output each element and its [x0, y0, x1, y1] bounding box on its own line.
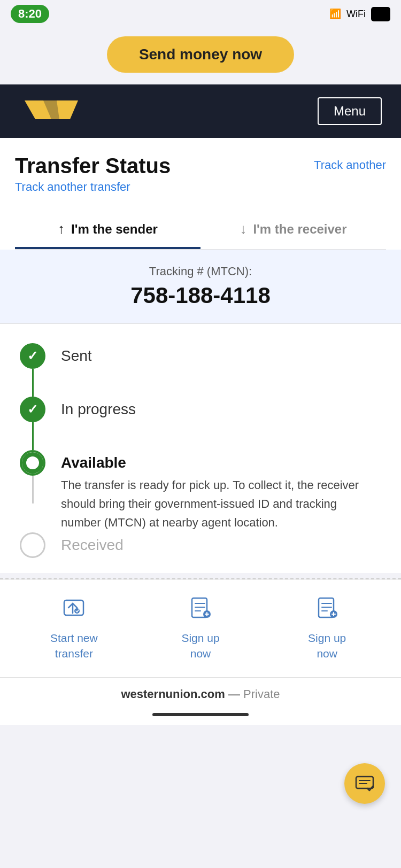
- available-circle: [20, 450, 45, 476]
- start-transfer-icon: [62, 596, 86, 625]
- available-content: Available The transfer is ready for pick…: [61, 450, 360, 532]
- start-new-transfer-action[interactable]: Start newtransfer: [11, 596, 137, 662]
- sign-up-now-2-action[interactable]: Sign upnow: [264, 596, 390, 662]
- bottom-actions: Start newtransfer Sign upnow: [0, 579, 401, 678]
- top-banner: Send money now: [0, 27, 401, 84]
- tracking-label: Tracking # (MTCN):: [11, 265, 390, 278]
- tabs: ↑ I'm the sender ↓ I'm the receiver: [15, 209, 386, 250]
- start-transfer-label: Start newtransfer: [50, 630, 98, 662]
- tab-receiver-label: I'm the receiver: [253, 222, 346, 237]
- sent-line: [32, 369, 34, 397]
- footer-bar: westernunion.com — Private: [0, 677, 401, 707]
- sent-label: Sent: [61, 347, 92, 365]
- svg-point-5: [74, 608, 80, 614]
- sign-up-2-label: Sign upnow: [308, 630, 346, 662]
- available-label: Available: [61, 454, 360, 471]
- svg-rect-20: [356, 777, 373, 788]
- inprogress-line: [32, 422, 34, 450]
- timeline-item-inprogress: ✓ In progress: [19, 397, 386, 450]
- timeline-item-received: Received: [19, 532, 386, 558]
- sign-up-1-label: Sign upnow: [181, 630, 219, 662]
- status-icons: 📶 WiFi 98: [329, 7, 390, 21]
- tab-receiver[interactable]: ↓ I'm the receiver: [200, 209, 386, 249]
- timeline-item-sent: ✓ Sent: [19, 343, 386, 397]
- available-description: The transfer is ready for pick up. To co…: [61, 476, 360, 532]
- inprogress-circle: ✓: [20, 397, 45, 422]
- sender-icon: ↑: [58, 221, 65, 237]
- received-content: Received: [61, 532, 124, 558]
- tab-sender[interactable]: ↑ I'm the sender: [15, 209, 200, 249]
- page-title: Transfer Status: [15, 154, 171, 178]
- status-bar: 8:20 📶 WiFi 98: [0, 0, 401, 27]
- status-time: 8:20: [11, 5, 49, 23]
- received-circle: [20, 532, 45, 558]
- timeline: ✓ Sent ✓ In progress Available The trans…: [0, 324, 401, 573]
- sent-connector: ✓: [19, 343, 46, 397]
- inprogress-checkmark: ✓: [27, 402, 38, 417]
- menu-button[interactable]: Menu: [318, 97, 382, 125]
- footer-separator: —: [228, 687, 243, 701]
- timeline-item-available: Available The transfer is ready for pick…: [19, 450, 386, 532]
- tracking-number: 758-188-4118: [11, 283, 390, 308]
- wu-logo-svg: [19, 95, 83, 127]
- sign-up-2-icon: [315, 596, 339, 625]
- track-another-link[interactable]: Track another: [314, 158, 386, 172]
- floating-action-button[interactable]: [344, 763, 385, 804]
- available-line: [32, 476, 34, 503]
- sent-content: Sent: [61, 343, 92, 397]
- nav-header: Menu: [0, 84, 401, 138]
- sent-checkmark: ✓: [27, 348, 38, 363]
- inprogress-connector: ✓: [19, 397, 46, 450]
- transfer-status-row: Transfer Status Track another: [15, 154, 386, 178]
- svg-rect-3: [64, 600, 83, 615]
- tab-sender-label: I'm the sender: [71, 222, 158, 237]
- home-bar: [152, 713, 249, 716]
- home-indicator: [0, 707, 401, 725]
- battery-icon: 98: [371, 7, 390, 21]
- western-union-logo: [19, 95, 83, 127]
- track-another-subtitle[interactable]: Track another transfer: [15, 180, 386, 194]
- page-content: Transfer Status Track another Track anot…: [0, 138, 401, 250]
- sign-up-now-1-action[interactable]: Sign upnow: [137, 596, 264, 662]
- sign-up-1-icon: [189, 596, 212, 625]
- received-label: Received: [61, 537, 124, 554]
- inprogress-content: In progress: [61, 397, 136, 450]
- send-money-button[interactable]: Send money now: [107, 36, 294, 73]
- sent-circle: ✓: [20, 343, 45, 369]
- inprogress-label: In progress: [61, 401, 136, 418]
- footer-domain: westernunion.com: [121, 687, 225, 701]
- footer-privacy: Private: [243, 687, 280, 701]
- receiver-icon: ↓: [240, 221, 246, 237]
- received-connector: [19, 532, 46, 558]
- available-connector: [19, 450, 46, 532]
- tracking-section: Tracking # (MTCN): 758-188-4118: [0, 250, 401, 324]
- wifi-icon: WiFi: [346, 9, 366, 20]
- signal-icon: 📶: [329, 8, 341, 20]
- svg-marker-2: [57, 100, 78, 119]
